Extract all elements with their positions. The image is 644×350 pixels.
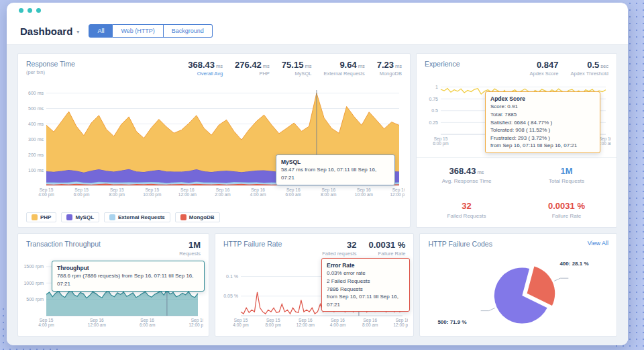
stat-unit: ms <box>216 63 223 69</box>
stat-value: 7.23 <box>377 60 394 70</box>
stat-label: MySQL <box>282 71 312 77</box>
svg-text:Sep 1612:00 pm: Sep 1612:00 pm <box>189 318 203 328</box>
svg-text:1: 1 <box>435 85 438 89</box>
stat-value: 32 <box>347 240 356 250</box>
svg-text:Sep 164:00 am: Sep 164:00 am <box>250 187 266 197</box>
svg-text:Sep 1612:00 am: Sep 1612:00 am <box>178 187 197 197</box>
panel-subtitle: (per txn) <box>26 69 75 75</box>
svg-text:1500 rpm: 1500 rpm <box>23 264 44 269</box>
stat-label: Apdex Threshold <box>570 71 608 77</box>
window-control-icon[interactable] <box>36 8 41 13</box>
chevron-down-icon[interactable]: ▾ <box>76 29 79 35</box>
legend-swatch-icon <box>32 214 38 220</box>
panel-title: HTTP Failure Codes <box>428 240 492 248</box>
stat-value: 32 <box>462 201 471 211</box>
stat-label: Failure Rate <box>552 213 582 219</box>
stat-value: 1M <box>189 240 201 250</box>
svg-text:0.1 %: 0.1 % <box>226 274 238 279</box>
stat-failure-rate: 0.0031 % Failure Rate <box>517 193 616 228</box>
tooltip-text: 7886 Requests <box>327 286 405 294</box>
panel-http-failure-codes: HTTP Failure Codes View All 400: 28.1 % … <box>419 233 617 337</box>
stat-label: Avg. Response Time <box>442 178 492 184</box>
stat-label: PHP <box>235 71 270 77</box>
chart-tooltip: MySQL 58.47 ms from Sep 16, 07:11 till S… <box>276 155 395 185</box>
svg-text:0.75: 0.75 <box>429 97 438 101</box>
stat-label: Apdex Score <box>529 71 558 77</box>
stat-unit: ms <box>395 63 402 69</box>
stat-php: 276.42ms PHP <box>235 60 270 77</box>
stat-unit: ms <box>263 63 270 69</box>
stat-label: Total Requests <box>549 178 584 184</box>
tab-background[interactable]: Background <box>164 24 213 38</box>
panel-transaction-throughput: Transaction Throughput 1M Requests 1500 … <box>17 233 209 337</box>
experience-summary-stats: 368.43ms Avg. Response Time 1M Total Req… <box>417 157 616 227</box>
panel-response-time: Response Time (per txn) 368.43ms Overall… <box>17 53 411 228</box>
legend-item-mysql[interactable]: MySQL <box>61 212 99 222</box>
svg-text:Sep 1612:00 pm: Sep 1612:00 pm <box>393 318 408 328</box>
stat-value: 75.15 <box>282 60 304 70</box>
svg-text:500 ms: 500 ms <box>28 106 44 111</box>
panel-title: HTTP Failure Rate <box>223 240 282 248</box>
panel-title: Transaction Throughput <box>26 240 101 248</box>
stat-value: 1M <box>560 166 572 176</box>
svg-text:Sep 1610:00 am: Sep 1610:00 am <box>355 187 373 197</box>
tooltip-text: from Sep 16, 07:11 till Sep 16, 07:21 <box>327 293 405 308</box>
tooltip-text: from Sep 16, 07:11 till Sep 16, 07:21 <box>490 142 595 150</box>
dashboard-content: Response Time (per txn) 368.43ms Overall… <box>7 44 628 345</box>
stat-failed-requests: 32 Failed Requests <box>417 193 517 228</box>
stat-unit: ms <box>305 63 311 69</box>
app-window: Dashboard ▾ All Web (HTTP) Background Re… <box>7 3 628 345</box>
legend-item-php[interactable]: PHP <box>26 212 56 222</box>
chart-tooltip: Error Rate 0.03% error rate 2 Failed Req… <box>321 258 410 312</box>
svg-text:100 ms: 100 ms <box>28 168 44 173</box>
legend-item-mongodb[interactable]: MongoDB <box>175 212 220 222</box>
svg-text:Sep 168:00 am: Sep 168:00 am <box>321 187 337 197</box>
svg-text:400 ms: 400 ms <box>28 122 44 126</box>
stat-label: Failed requests <box>322 251 356 257</box>
window-control-icon[interactable] <box>28 8 32 13</box>
legend-label: PHP <box>40 214 51 220</box>
tooltip-text: 788.6 rpm (7886 requests) from Sep 16, 0… <box>57 273 194 287</box>
legend-swatch-icon <box>66 214 72 220</box>
svg-text:300 ms: 300 ms <box>28 137 44 142</box>
svg-text:Sep 156:00 pm: Sep 156:00 pm <box>433 136 449 146</box>
pie-label-400: 400: 28.1 % <box>559 261 588 267</box>
svg-text:0.25: 0.25 <box>429 120 438 125</box>
svg-text:Sep 166:00 am: Sep 166:00 am <box>140 318 156 327</box>
stat-avg-response-time: 368.43ms Avg. Response Time <box>417 158 517 193</box>
stat-failure-rate: 0.0031 % Failure Rate <box>368 240 405 257</box>
stat-label: MongoDB <box>377 71 402 77</box>
svg-text:Sep 154:00 pm: Sep 154:00 pm <box>233 318 249 328</box>
stat-unit: sec <box>600 63 608 69</box>
chart-tooltip: Throughput 788.6 rpm (7886 requests) fro… <box>52 261 205 292</box>
panel-title: Response Time <box>26 60 75 68</box>
stat-label: Failed Requests <box>447 213 486 219</box>
tooltip-text: Satisfied: 6684 ( 84.77% ) <box>490 119 595 127</box>
tooltip-title: MySQL <box>281 158 390 166</box>
svg-text:0.05 %: 0.05 % <box>223 294 238 298</box>
svg-text:200 ms: 200 ms <box>28 152 44 157</box>
svg-text:Sep 158:00 pm: Sep 158:00 pm <box>109 187 125 198</box>
stat-total-requests: 1M Total Requests <box>517 158 616 193</box>
svg-text:Sep 1612:00 am: Sep 1612:00 am <box>297 318 315 327</box>
tooltip-text: Total: 7885 <box>490 111 595 119</box>
tooltip-title: Error Rate <box>327 261 405 269</box>
pie-label-500: 500: 71.9 % <box>437 319 466 325</box>
tooltip-title: Throughput <box>57 264 199 272</box>
svg-text:Sep 1510:00 pm: Sep 1510:00 pm <box>143 187 161 198</box>
legend-item-external-requests[interactable]: External Requests <box>104 212 170 222</box>
stat-unit: ms <box>477 169 484 175</box>
legend-label: MongoDB <box>189 214 215 220</box>
svg-text:0.5: 0.5 <box>431 108 438 113</box>
tab-web-http[interactable]: Web (HTTP) <box>113 24 163 38</box>
panel-title: Experience <box>425 60 460 68</box>
view-all-link[interactable]: View All <box>588 240 608 247</box>
window-control-icon[interactable] <box>19 8 23 13</box>
stat-overall-avg: 368.43ms Overall Avg <box>188 60 223 77</box>
chart-legend: PHP MySQL External Requests MongoDB <box>26 212 220 222</box>
stat-external-requests: 9.64ms External Requests <box>323 60 364 77</box>
stat-value: 368.43 <box>449 166 476 176</box>
stat-value: 0.0031 % <box>548 201 585 211</box>
tab-all[interactable]: All <box>89 24 113 38</box>
tooltip-text: 58.47 ms from Sep 16, 07:11 till Sep 16,… <box>281 167 376 181</box>
